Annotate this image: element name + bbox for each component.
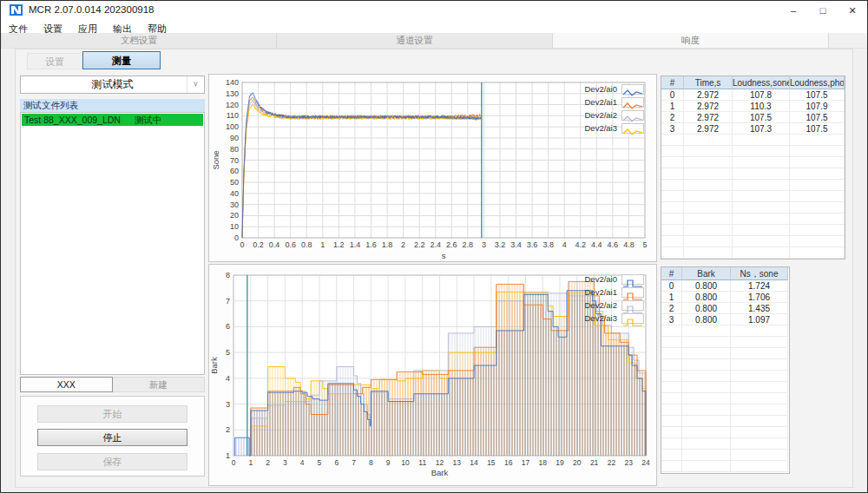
table-cell[interactable] bbox=[661, 180, 684, 191]
tab-2[interactable]: 响度 bbox=[553, 33, 829, 48]
table-cell[interactable] bbox=[661, 202, 684, 214]
list-item[interactable]: Test 88_XXX_009_LDN测试中 bbox=[22, 114, 203, 126]
table-cell[interactable] bbox=[731, 325, 788, 337]
test-mode-dropdown[interactable]: 测试模式 ˅ bbox=[20, 76, 205, 94]
table-cell[interactable] bbox=[684, 157, 733, 168]
legend-entry-2[interactable]: Dev2/ai2 bbox=[585, 299, 645, 312]
table-cell[interactable] bbox=[661, 382, 682, 393]
legend-entry-1[interactable]: Dev2/ai1 bbox=[585, 286, 645, 299]
table-cell[interactable]: 0.800 bbox=[682, 303, 731, 314]
table-cell[interactable] bbox=[790, 135, 845, 146]
file-tab-0[interactable]: XXX bbox=[20, 377, 113, 392]
table-cell[interactable]: 1.706 bbox=[731, 292, 788, 303]
table-cell[interactable] bbox=[731, 371, 788, 382]
legend-entry-3[interactable]: Dev2/ai3 bbox=[585, 312, 645, 325]
table-cell[interactable] bbox=[684, 135, 733, 146]
table-cell[interactable] bbox=[790, 180, 845, 191]
table-cell[interactable] bbox=[731, 404, 788, 416]
table-cell[interactable] bbox=[733, 135, 790, 146]
table-cell[interactable] bbox=[684, 214, 733, 225]
table-cell[interactable] bbox=[731, 348, 788, 359]
table-cell[interactable] bbox=[731, 359, 788, 371]
table-cell[interactable] bbox=[661, 325, 682, 337]
table-cell[interactable] bbox=[790, 236, 845, 247]
table-cell[interactable] bbox=[790, 247, 845, 259]
table-cell[interactable]: 1 bbox=[661, 101, 684, 112]
table-cell[interactable] bbox=[733, 214, 790, 225]
table-cell[interactable]: 107.5 bbox=[790, 89, 845, 101]
table-cell[interactable] bbox=[733, 146, 790, 157]
table-cell[interactable] bbox=[661, 247, 684, 259]
table-cell[interactable] bbox=[682, 348, 731, 359]
table-cell[interactable] bbox=[790, 225, 845, 236]
table-cell[interactable]: 0 bbox=[661, 89, 684, 101]
table-cell[interactable] bbox=[661, 135, 684, 146]
maximize-button[interactable]: □ bbox=[808, 1, 838, 20]
table-cell[interactable]: 107.8 bbox=[733, 89, 790, 101]
table-cell[interactable]: 107.5 bbox=[790, 112, 845, 123]
table-cell[interactable] bbox=[682, 438, 731, 450]
table-cell[interactable] bbox=[731, 393, 788, 404]
table-cell[interactable]: 0.800 bbox=[682, 292, 731, 303]
control-button-2[interactable]: 保存 bbox=[37, 453, 187, 470]
table-cell[interactable] bbox=[733, 225, 790, 236]
table-cell[interactable] bbox=[682, 325, 731, 337]
table-cell[interactable]: 2 bbox=[661, 303, 682, 314]
table-cell[interactable] bbox=[790, 168, 845, 180]
tab-1[interactable]: 通道设置 bbox=[277, 33, 553, 48]
table-cell[interactable] bbox=[684, 146, 733, 157]
table-cell[interactable]: 107.5 bbox=[790, 123, 845, 135]
close-button[interactable]: ✕ bbox=[838, 1, 867, 20]
table-cell[interactable]: 0 bbox=[661, 280, 682, 292]
table-cell[interactable] bbox=[790, 191, 845, 202]
table-cell[interactable] bbox=[684, 202, 733, 214]
tab-0[interactable]: 文档设置 bbox=[1, 33, 277, 48]
table-cell[interactable] bbox=[661, 225, 684, 236]
table-cell[interactable] bbox=[661, 214, 684, 225]
table-cell[interactable]: 110.3 bbox=[733, 101, 790, 112]
subtab-0[interactable]: 设置 bbox=[27, 53, 82, 69]
table-cell[interactable] bbox=[682, 393, 731, 404]
table-cell[interactable] bbox=[790, 202, 845, 214]
table-cell[interactable] bbox=[682, 416, 731, 427]
control-button-1[interactable]: 停止 bbox=[37, 429, 187, 446]
table-cell[interactable] bbox=[661, 461, 682, 472]
table-cell[interactable] bbox=[682, 404, 731, 416]
table-cell[interactable] bbox=[790, 214, 845, 225]
table-cell[interactable] bbox=[661, 191, 684, 202]
file-tab-1[interactable]: 新建 bbox=[113, 377, 206, 392]
table-cell[interactable]: 1.097 bbox=[731, 314, 788, 325]
table-cell[interactable]: 107.5 bbox=[733, 112, 790, 123]
table-cell[interactable] bbox=[731, 450, 788, 461]
table-cell[interactable] bbox=[733, 247, 790, 259]
table-cell[interactable]: 1.724 bbox=[731, 280, 788, 292]
table-cell[interactable] bbox=[684, 236, 733, 247]
table-cell[interactable] bbox=[661, 450, 682, 461]
table-cell[interactable] bbox=[682, 427, 731, 438]
table-cell[interactable] bbox=[684, 225, 733, 236]
table-cell[interactable] bbox=[661, 371, 682, 382]
table-cell[interactable] bbox=[661, 359, 682, 371]
table-cell[interactable] bbox=[790, 157, 845, 168]
table-cell[interactable] bbox=[661, 337, 682, 348]
table-cell[interactable]: 0.800 bbox=[682, 314, 731, 325]
table-cell[interactable] bbox=[733, 168, 790, 180]
table-cell[interactable] bbox=[661, 393, 682, 404]
minimize-button[interactable]: – bbox=[779, 1, 808, 20]
table-cell[interactable] bbox=[733, 191, 790, 202]
table-cell[interactable] bbox=[682, 461, 731, 472]
table-cell[interactable]: 2.972 bbox=[684, 89, 733, 101]
table-cell[interactable] bbox=[684, 247, 733, 259]
subtab-1[interactable]: 测量 bbox=[82, 51, 161, 69]
table-cell[interactable]: 2 bbox=[661, 112, 684, 123]
table-cell[interactable] bbox=[731, 438, 788, 450]
table-cell[interactable] bbox=[731, 416, 788, 427]
table-cell[interactable] bbox=[661, 427, 682, 438]
table-cell[interactable] bbox=[684, 180, 733, 191]
table-cell[interactable]: 3 bbox=[661, 314, 682, 325]
table-cell[interactable] bbox=[661, 168, 684, 180]
table-cell[interactable] bbox=[731, 337, 788, 348]
table-cell[interactable] bbox=[731, 461, 788, 472]
test-file-listbox[interactable]: Test 88_XXX_009_LDN测试中 bbox=[20, 112, 205, 375]
table-cell[interactable] bbox=[661, 416, 682, 427]
